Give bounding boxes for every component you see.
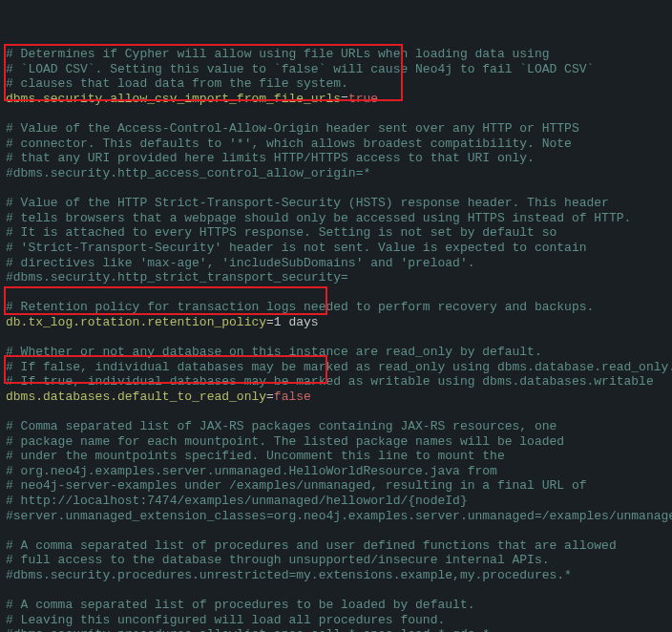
code-line: # Value of the Access-Control-Allow-Orig…	[6, 121, 666, 137]
code-line: # package name for each mountpoint. The …	[6, 434, 666, 450]
code-line	[6, 107, 666, 122]
code-line: # http://localhost:7474/examples/unmanag…	[6, 494, 666, 509]
code-line: # clauses that load data from the file s…	[6, 76, 666, 92]
code-line: db.tx_log.rotation.retention_policy=1 da…	[6, 315, 666, 330]
code-editor[interactable]: # Determines if Cypher will allow using …	[0, 0, 672, 632]
code-line: # `LOAD CSV`. Setting this value to `fal…	[6, 62, 666, 77]
code-content: # Determines if Cypher will allow using …	[6, 47, 666, 632]
code-line: #dbms.security.procedures.unrestricted=m…	[6, 568, 666, 583]
code-line: # Value of the HTTP Strict-Transport-Sec…	[6, 196, 666, 211]
code-line: # Leaving this unconfigured will load al…	[6, 613, 666, 628]
code-line	[6, 583, 666, 599]
code-line: # 'Strict-Transport-Security' header is …	[6, 241, 666, 256]
code-line	[6, 329, 666, 345]
code-line	[6, 404, 666, 419]
code-line: # that any URI provided here limits HTTP…	[6, 151, 666, 166]
code-line: # tells browsers that a webpage should o…	[6, 211, 666, 226]
code-line: #server.unmanaged_extension_classes=org.…	[6, 509, 666, 524]
code-line: # Comma separated list of JAX-RS package…	[6, 419, 666, 434]
code-line: # org.neo4j.examples.server.unmanaged.He…	[6, 464, 666, 479]
code-line: # connector. This defaults to '*', which…	[6, 137, 666, 152]
code-line: # Whether or not any database on this in…	[6, 345, 666, 360]
code-line: # directives like 'max-age', 'includeSub…	[6, 256, 666, 271]
code-line: # If true, individual databases may be m…	[6, 374, 666, 390]
code-line: #dbms.security.http_access_control_allow…	[6, 166, 666, 181]
code-line	[6, 285, 666, 301]
code-line: # It is attached to every HTTPS response…	[6, 225, 666, 241]
code-line: # A comma separated list of procedures t…	[6, 598, 666, 613]
code-line: dbms.security.allow_csv_import_from_file…	[6, 92, 666, 107]
code-line: #dbms.security.http_strict_transport_sec…	[6, 270, 666, 285]
code-line: # under the mountpoints specified. Uncom…	[6, 449, 666, 464]
code-line: #dbms.security.procedures.allowlist=apoc…	[6, 627, 666, 632]
code-line	[6, 181, 666, 197]
code-line: # full access to the database through un…	[6, 553, 666, 568]
code-line: # A comma separated list of procedures a…	[6, 538, 666, 554]
code-line	[6, 523, 666, 538]
code-line: # If false, individual databases may be …	[6, 360, 666, 375]
code-line: # Determines if Cypher will allow using …	[6, 47, 666, 62]
code-line: # Retention policy for transaction logs …	[6, 300, 666, 315]
code-line: # neo4j-server-examples under /examples/…	[6, 478, 666, 494]
code-line: dbms.databases.default_to_read_only=fals…	[6, 390, 666, 405]
